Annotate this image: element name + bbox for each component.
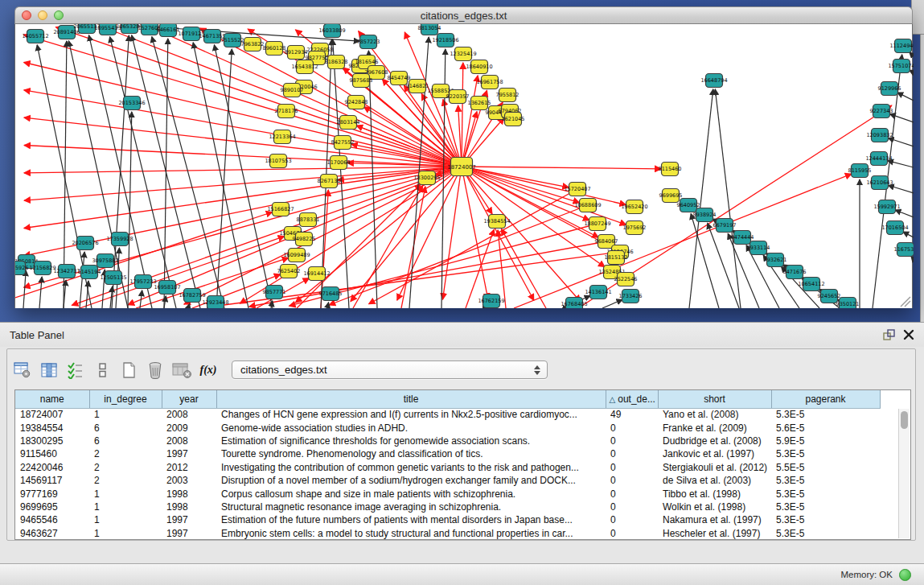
graph-edge[interactable] [462,167,661,169]
table-cell[interactable]: 2 [89,474,162,487]
graph-node[interactable]: 8115460 [659,163,682,176]
table-cell[interactable]: Structural magnetic resonance image aver… [216,501,606,513]
column-header-out-de-[interactable]: △out_de... [606,390,658,408]
delete-table-icon[interactable] [171,360,192,381]
graph-node[interactable]: 9129966 [878,82,901,96]
table-cell[interactable]: 0 [606,461,658,474]
table-cell[interactable]: 5.3E-5 [771,408,880,421]
graph-edge[interactable] [911,257,914,260]
graph-node[interactable]: 16210643 [866,176,893,190]
graph-node[interactable]: 12444134 [865,152,892,166]
graph-node[interactable]: 20206576 [72,237,98,250]
table-cell[interactable]: Stergiakouli et al. (2012) [658,461,771,474]
graph-edge[interactable] [39,277,42,308]
graph-node[interactable]: 9242848 [345,96,368,109]
graph-edge[interactable] [889,114,914,122]
graph-node[interactable]: 7955812 [496,89,519,102]
column-header-in-degree[interactable]: in_degree [89,390,162,408]
graph-node[interactable]: 8220357 [446,90,470,104]
table-cell[interactable]: Disruption of a novel member of a sodium… [216,474,606,487]
column-header-title[interactable]: title [216,390,606,408]
graph-node[interactable]: 1145194 [78,266,101,279]
table-cell[interactable]: 0 [606,435,658,447]
graph-node[interactable]: 8912934 [285,46,308,60]
graph-node[interactable]: 12342737 [53,265,80,278]
table-cell[interactable]: 5.6E-5 [771,421,880,434]
graph-node[interactable]: 2522546 [614,273,638,286]
table-cell[interactable]: 0 [606,501,658,513]
table-cell[interactable]: Hescheler et al. (1997) [658,527,771,540]
graph-node[interactable]: 1815132 [605,251,628,265]
graph-node[interactable]: 6679197 [713,219,737,233]
graph-node[interactable]: 15992971 [873,200,900,214]
table-cell[interactable]: Tourette syndrome. Phenomenology and cla… [216,447,606,460]
table-cell[interactable]: 0 [606,474,658,487]
table-cell[interactable]: Dudbridge et al. (2008) [658,435,771,447]
table-cell[interactable]: 1 [89,527,162,540]
graph-edge[interactable] [501,229,546,308]
table-cell[interactable]: 5.3E-5 [771,513,880,526]
column-header-name[interactable]: name [15,390,89,408]
table-cell[interactable]: 0 [606,447,658,460]
table-cell[interactable]: 5.3E-5 [771,474,880,487]
graph-node[interactable]: 16961758 [476,76,503,89]
table-cell[interactable]: 9465546 [15,513,89,526]
graph-edge[interactable] [462,167,581,302]
graph-node[interactable]: 12093832 [866,129,893,142]
table-cell[interactable]: 1998 [162,501,216,513]
table-cell[interactable]: Changes of HCN gene expression and I(f) … [216,408,606,421]
table-cell[interactable]: Wolkin et al. (1998) [658,501,771,513]
graph-node[interactable]: 19218506 [432,34,458,47]
table-row[interactable]: 1872400712008Changes of HCN gene express… [15,408,910,421]
table-cell[interactable]: Yano et al. (2008) [658,408,771,421]
graph-node[interactable]: 8471676 [783,266,807,279]
hide-rows-icon[interactable] [92,360,113,381]
table-cell[interactable]: 1998 [162,487,216,500]
table-cell[interactable]: Estimation of the future numbers of pati… [216,513,606,526]
graph-edge[interactable] [214,45,273,308]
table-cell[interactable]: 18724007 [15,408,89,421]
graph-node[interactable]: 1167533 [894,243,914,257]
table-cell[interactable]: 19384554 [15,421,89,434]
graph-node[interactable]: 7932621 [764,253,787,267]
graph-edge[interactable] [24,35,462,167]
table-cell[interactable]: Tibbo et al. (1998) [658,487,771,500]
graph-node[interactable]: 12325419 [450,47,476,61]
graph-node[interactable]: 12213364 [269,130,295,144]
table-cell[interactable]: 2012 [162,461,216,474]
table-cell[interactable]: 0 [606,421,658,434]
table-cell[interactable]: Estimation of significance thresholds fo… [216,435,606,447]
table-cell[interactable]: 1 [89,487,162,500]
table-cell[interactable]: Nakamura et al. (1997) [658,513,771,526]
table-cell[interactable]: 18300295 [15,435,89,447]
graph-edge[interactable] [24,146,462,167]
table-row[interactable]: 946554611997Estimation of the future num… [15,513,910,526]
table-cell[interactable]: 1997 [162,447,216,460]
graph-node[interactable]: 2933114 [747,241,770,255]
graph-node[interactable]: 2803144 [337,116,360,130]
graph-node[interactable]: 12923448 [202,296,228,309]
graph-node[interactable]: 18640910 [466,60,492,74]
scrollbar-thumb[interactable] [901,411,908,429]
graph-node[interactable]: 16648794 [700,74,727,88]
graph-node[interactable]: 1975692 [623,221,647,235]
graph-edge[interactable] [24,117,462,167]
graph-edge[interactable] [193,43,248,308]
graph-edge[interactable] [23,270,26,308]
table-cell[interactable]: 1997 [162,513,216,526]
table-cell[interactable]: 5.3E-5 [771,501,880,513]
graph-node[interactable]: 9699695 [659,189,683,203]
graph-edge[interactable] [462,63,463,167]
table-vertical-scrollbar[interactable] [898,409,910,538]
graph-node[interactable]: 7857223 [357,35,380,49]
table-cell[interactable]: 0 [606,513,658,526]
graph-node[interactable]: 8115955 [848,164,872,178]
table-cell[interactable]: 14569117 [15,474,89,487]
table-mode-icon[interactable] [12,360,33,381]
graph-node[interactable]: 8938924 [693,208,717,222]
graph-edge[interactable] [903,232,914,237]
table-row[interactable]: 2242004622012Investigating the contribut… [15,461,910,474]
graph-node[interactable]: 6466161 [157,24,180,37]
graph-node[interactable]: 1733426 [619,290,643,303]
table-row[interactable]: 977716911998Corpus callosum shape and si… [15,487,910,500]
